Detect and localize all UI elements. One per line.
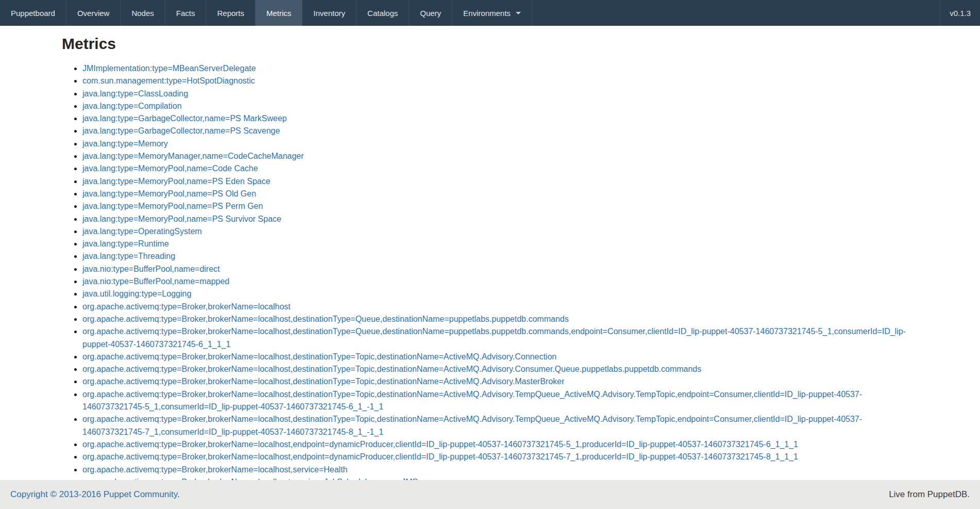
metrics-list: JMImplementation:type=MBeanServerDelegat… xyxy=(62,62,912,488)
metric-link[interactable]: org.apache.activemq:type=Broker,brokerNa… xyxy=(82,440,798,449)
metric-link[interactable]: java.lang:type=MemoryPool,name=PS Surviv… xyxy=(82,215,281,223)
metric-list-item: org.apache.activemq:type=Broker,brokerNa… xyxy=(82,413,912,438)
metric-link[interactable]: java.util.logging:type=Logging xyxy=(82,289,191,298)
metric-link[interactable]: java.lang:type=Threading xyxy=(82,252,175,260)
metric-list-item: JMImplementation:type=MBeanServerDelegat… xyxy=(82,62,912,75)
copyright-period: . xyxy=(177,489,180,499)
metric-list-item: java.lang:type=OperatingSystem xyxy=(82,225,912,238)
metric-link[interactable]: org.apache.activemq:type=Broker,brokerNa… xyxy=(82,302,291,311)
nav-item-query[interactable]: Query xyxy=(409,0,452,26)
metric-list-item: org.apache.activemq:type=Broker,brokerNa… xyxy=(82,438,912,451)
caret-down-icon xyxy=(516,12,521,14)
metric-list-item: org.apache.activemq:type=Broker,brokerNa… xyxy=(82,313,912,325)
nav-brand-puppetboard[interactable]: Puppetboard xyxy=(0,0,66,26)
metric-list-item: org.apache.activemq:type=Broker,brokerNa… xyxy=(82,375,912,388)
metric-link[interactable]: org.apache.activemq:type=Broker,brokerNa… xyxy=(82,452,798,461)
nav-item-reports[interactable]: Reports xyxy=(206,0,256,26)
metric-list-item: java.util.logging:type=Logging xyxy=(82,288,912,300)
metric-list-item: java.lang:type=MemoryPool,name=PS Eden S… xyxy=(82,175,912,188)
metric-list-item: org.apache.activemq:type=Broker,brokerNa… xyxy=(82,451,912,463)
nav-item-facts[interactable]: Facts xyxy=(165,0,207,26)
metric-link[interactable]: java.nio:type=BufferPool,name=mapped xyxy=(82,277,229,286)
copyright-link[interactable]: Copyright © 2013-2016 Puppet Community xyxy=(10,489,177,499)
nav-item-environments[interactable]: Environments xyxy=(452,0,532,26)
nav-item-metrics[interactable]: Metrics xyxy=(256,0,302,26)
metric-link[interactable]: org.apache.activemq:type=Broker,brokerNa… xyxy=(82,327,906,348)
metric-link[interactable]: java.lang:type=Memory xyxy=(82,139,168,148)
puppetdb-status: Live from PuppetDB. xyxy=(889,489,970,500)
metric-list-item: java.lang:type=MemoryPool,name=PS Perm G… xyxy=(82,200,912,212)
metric-link[interactable]: java.lang:type=MemoryPool,name=PS Eden S… xyxy=(82,177,271,186)
metric-link[interactable]: org.apache.activemq:type=Broker,brokerNa… xyxy=(82,365,701,373)
footer: Copyright © 2013-2016 Puppet Community. … xyxy=(0,480,980,509)
metric-link[interactable]: JMImplementation:type=MBeanServerDelegat… xyxy=(82,64,256,73)
navbar: Puppetboard OverviewNodesFactsReportsMet… xyxy=(0,0,980,26)
metric-list-item: org.apache.activemq:type=Broker,brokerNa… xyxy=(82,325,912,351)
metric-list-item: java.lang:type=MemoryPool,name=PS Surviv… xyxy=(82,213,912,225)
metric-link[interactable]: org.apache.activemq:type=Broker,brokerNa… xyxy=(82,377,564,386)
metric-link[interactable]: org.apache.activemq:type=Broker,brokerNa… xyxy=(82,415,862,436)
metric-link[interactable]: com.sun.management:type=HotSpotDiagnosti… xyxy=(82,76,255,85)
metric-list-item: com.sun.management:type=HotSpotDiagnosti… xyxy=(82,75,912,87)
metric-list-item: java.nio:type=BufferPool,name=mapped xyxy=(82,275,912,288)
nav-tabs: Puppetboard OverviewNodesFactsReportsMet… xyxy=(0,0,532,26)
metric-link[interactable]: org.apache.activemq:type=Broker,brokerNa… xyxy=(82,352,556,361)
metric-list-item: java.lang:type=MemoryPool,name=Code Cach… xyxy=(82,162,912,175)
metric-list-item: java.nio:type=BufferPool,name=direct xyxy=(82,263,912,275)
metric-list-item: java.lang:type=Threading xyxy=(82,250,912,262)
metric-list-item: java.lang:type=MemoryManager,name=CodeCa… xyxy=(82,150,912,162)
metric-list-item: java.lang:type=Memory xyxy=(82,138,912,150)
metric-list-item: org.apache.activemq:type=Broker,brokerNa… xyxy=(82,351,912,363)
metric-link[interactable]: java.nio:type=BufferPool,name=direct xyxy=(82,265,220,273)
metric-list-item: java.lang:type=GarbageCollector,name=PS … xyxy=(82,125,912,137)
nav-item-overview[interactable]: Overview xyxy=(66,0,121,26)
metric-list-item: java.lang:type=ClassLoading xyxy=(82,88,912,100)
metric-link[interactable]: java.lang:type=MemoryPool,name=PS Perm G… xyxy=(82,202,263,210)
nav-item-nodes[interactable]: Nodes xyxy=(121,0,165,26)
metric-link[interactable]: java.lang:type=GarbageCollector,name=PS … xyxy=(82,126,280,135)
metric-link[interactable]: org.apache.activemq:type=Broker,brokerNa… xyxy=(82,390,862,411)
metric-list-item: java.lang:type=GarbageCollector,name=PS … xyxy=(82,112,912,125)
metric-link[interactable]: org.apache.activemq:type=Broker,brokerNa… xyxy=(82,315,569,323)
metric-link[interactable]: java.lang:type=MemoryPool,name=Code Cach… xyxy=(82,164,258,173)
metric-link[interactable]: java.lang:type=Compilation xyxy=(82,102,182,110)
metric-link[interactable]: org.apache.activemq:type=Broker,brokerNa… xyxy=(82,465,348,474)
metric-list-item: java.lang:type=MemoryPool,name=PS Old Ge… xyxy=(82,188,912,200)
metric-link[interactable]: java.lang:type=OperatingSystem xyxy=(82,227,202,236)
nav-item-catalogs[interactable]: Catalogs xyxy=(357,0,409,26)
metric-list-item: java.lang:type=Compilation xyxy=(82,100,912,112)
metric-link[interactable]: java.lang:type=ClassLoading xyxy=(82,89,188,98)
metric-link[interactable]: java.lang:type=MemoryManager,name=CodeCa… xyxy=(82,152,304,160)
metric-link[interactable]: java.lang:type=Runtime xyxy=(82,239,169,248)
metric-list-item: org.apache.activemq:type=Broker,brokerNa… xyxy=(82,388,912,414)
metric-list-item: org.apache.activemq:type=Broker,brokerNa… xyxy=(82,301,912,313)
metric-link[interactable]: java.lang:type=GarbageCollector,name=PS … xyxy=(82,114,287,123)
page-title: Metrics xyxy=(62,35,918,52)
metric-list-item: org.apache.activemq:type=Broker,brokerNa… xyxy=(82,363,912,375)
version-label: v0.1.3 xyxy=(940,0,980,26)
metric-list-item: java.lang:type=Runtime xyxy=(82,238,912,250)
copyright-text: Copyright © 2013-2016 Puppet Community. xyxy=(10,489,180,500)
metric-link[interactable]: java.lang:type=MemoryPool,name=PS Old Ge… xyxy=(82,189,256,198)
metric-list-item: org.apache.activemq:type=Broker,brokerNa… xyxy=(82,464,912,476)
nav-item-inventory[interactable]: Inventory xyxy=(302,0,357,26)
main-content: Metrics JMImplementation:type=MBeanServe… xyxy=(62,35,918,488)
